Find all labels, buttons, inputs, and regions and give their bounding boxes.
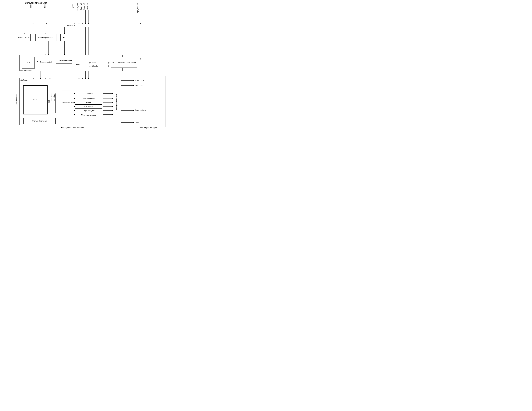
label-flash-io0: flash_io0 (83, 3, 85, 10)
box-uart: UART (75, 100, 102, 104)
chip-diagram: Caravel Harness Chip reset clock gpio fl… (0, 0, 177, 137)
label-mgmt-soc-wrapper: Management SoC wrapper (61, 127, 84, 129)
box-user-project (134, 76, 166, 127)
box-spi-master: SPI master (75, 104, 102, 109)
label-mprj-io: mprj_io[37:0] (137, 3, 139, 13)
label-core-clock: core clock (53, 93, 55, 102)
label-clock: clock (44, 5, 46, 9)
box-spi: SPI (22, 57, 35, 68)
label-read-only-port: read-only port (15, 93, 17, 104)
label-housekeeping: Housekeeping (20, 69, 31, 71)
box-storage: Storage (memory) (23, 118, 56, 124)
box-mgmt-protect: Management Protect (113, 76, 120, 127)
box-logic-analyzer: Logic analyzer (75, 109, 102, 113)
box-gpio-config: GPIO configuration and routing (111, 57, 137, 68)
label-flash-csb: flash_csb (77, 3, 79, 10)
box-1bit-gpio: 1-bit GPIO (75, 91, 102, 96)
box-system-control: System control (39, 57, 53, 67)
box-flash-ctrl: Flash controller (75, 96, 102, 101)
box-por: POR (60, 34, 70, 41)
box-user-id: User ID (ROM) (18, 34, 31, 41)
box-clocking: Clocking and DLL (36, 34, 57, 41)
box-pad-data: pad data routing (56, 57, 75, 64)
label-flash-clk: flash_clk (80, 3, 82, 10)
label-irq-cpu: IRQ (48, 100, 50, 103)
box-user-input-enables: User input enables (75, 113, 102, 117)
label-core-reset: core reset (51, 93, 53, 101)
label-gpio-data: gpio data (89, 62, 96, 64)
box-cpu: CPU (23, 85, 48, 114)
chip-title: Caravel Harness Chip (25, 2, 47, 4)
box-padframe: Padframe (21, 24, 121, 28)
label-serial-loader: serial loader (89, 65, 98, 67)
box-gpio: GPIO (72, 62, 85, 67)
box-wishbone: Wishbone bus (62, 90, 74, 115)
label-reset: reset (30, 5, 32, 8)
label-flash-io1: flash_io1 (86, 3, 88, 10)
label-gpio: gpio (72, 5, 74, 8)
